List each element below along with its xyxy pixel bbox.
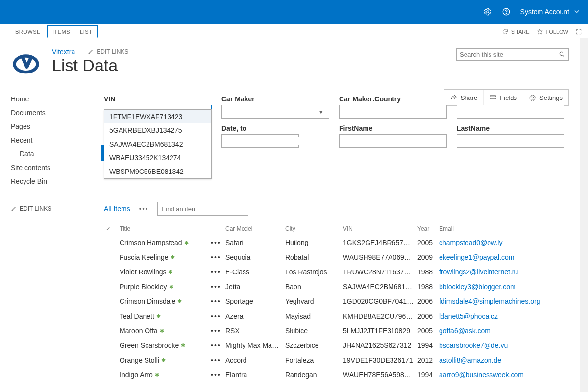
filter-country-input[interactable] <box>339 105 447 119</box>
cell-vin: 19VDE1F30DE326171 <box>341 353 416 368</box>
ribbon-tab-browse[interactable]: BROWSE <box>9 25 47 38</box>
cell-title[interactable]: Teal Danett✱ <box>118 309 209 323</box>
filter-carmaker-select[interactable]: ▾ <box>221 105 329 119</box>
filter-carmodel-input[interactable] <box>457 105 564 119</box>
cell-email[interactable]: goffa6@ask.com <box>437 323 569 338</box>
toolbar-share[interactable]: Share <box>444 90 484 105</box>
row-menu[interactable]: ••• <box>209 279 223 294</box>
table-row[interactable]: Purple Blockley✱•••JettaBaonSAJWA4EC2BM6… <box>104 279 569 294</box>
table-row[interactable]: Green Scarsbrooke✱•••Mighty Max MacroSzc… <box>104 338 569 353</box>
col-select[interactable]: ✓ <box>104 222 118 235</box>
nav-home[interactable]: Home <box>11 92 89 106</box>
table-row[interactable]: Violet Rowlings✱•••E-ClassLos RastrojosT… <box>104 265 569 279</box>
svg-point-2 <box>506 13 506 14</box>
cell-year: 2006 <box>416 294 437 309</box>
cell-title[interactable]: Purple Blockley✱ <box>118 279 209 294</box>
cell-email[interactable]: fdimsdale4@simplemachines.org <box>437 294 569 309</box>
find-item-box[interactable] <box>157 202 248 216</box>
col-city[interactable]: City <box>283 222 341 235</box>
table-row[interactable]: Crimson Hampstead✱•••SafariHuilong1GKS2G… <box>104 235 569 250</box>
filter-firstname-input[interactable] <box>339 134 447 148</box>
table-row[interactable]: Indigo Arro✱•••ElantraRandeganWAUEH78E56… <box>104 368 569 382</box>
cell-title[interactable]: Maroon Offa✱ <box>118 323 209 338</box>
pencil-icon <box>88 49 94 55</box>
row-menu[interactable]: ••• <box>209 338 223 353</box>
ribbon-share[interactable]: SHARE <box>502 28 530 35</box>
row-menu[interactable]: ••• <box>209 294 223 309</box>
cell-email[interactable]: frowlings2@liveinternet.ru <box>437 265 569 279</box>
col-year[interactable]: Year <box>416 222 437 235</box>
edit-links-top[interactable]: EDIT LINKS <box>88 49 128 55</box>
row-menu[interactable]: ••• <box>209 309 223 323</box>
row-menu[interactable]: ••• <box>209 323 223 338</box>
nav-recycle[interactable]: Recycle Bin <box>11 174 89 188</box>
table-row[interactable]: Teal Danett✱•••AzeraMayisadKMHDB8AE2CU79… <box>104 309 569 323</box>
col-title[interactable]: Title <box>118 222 209 235</box>
col-vin[interactable]: VIN <box>341 222 416 235</box>
cell-title[interactable]: Fuscia Keelinge✱ <box>118 250 209 265</box>
cell-title[interactable]: Crimson Dimsdale✱ <box>118 294 209 309</box>
nav-pages[interactable]: Pages <box>11 120 89 133</box>
cell-email[interactable]: bscarsbrooke7@de.vu <box>437 338 569 353</box>
new-badge-icon: ✱ <box>169 284 173 290</box>
cell-email[interactable]: ekeelinge1@paypal.com <box>437 250 569 265</box>
filter-dateto-input[interactable] <box>221 134 299 148</box>
row-menu[interactable]: ••• <box>209 353 223 368</box>
cell-vin: WAUEH78E56A598402 <box>341 368 416 382</box>
cell-city: Yeghvard <box>283 294 341 309</box>
suggestion-item[interactable]: WBSPM9C56BE081342 <box>104 165 211 178</box>
cell-vin: JH4NA21625S627312 <box>341 338 416 353</box>
view-all-items[interactable]: All Items <box>104 205 130 213</box>
ribbon-tab-items[interactable]: ITEMS <box>48 26 75 37</box>
table-row[interactable]: Crimson Dimsdale✱•••SportageYeghvard1GD0… <box>104 294 569 309</box>
cell-email[interactable]: aarro9@businessweek.com <box>437 368 569 382</box>
ribbon-follow[interactable]: FOLLOW <box>537 28 568 35</box>
cell-vin: SAJWA4EC2BM681342 <box>341 279 416 294</box>
row-menu[interactable]: ••• <box>209 265 223 279</box>
breadcrumb-site[interactable]: Vitextra <box>52 48 75 56</box>
cell-title[interactable]: Indigo Arro✱ <box>118 368 209 382</box>
cell-email[interactable]: astolli8@amazon.de <box>437 353 569 368</box>
nav-recent[interactable]: Recent <box>11 133 89 147</box>
suggestion-item[interactable]: 1FTMF1EWXAF713423 <box>104 110 211 123</box>
cell-year: 2009 <box>416 250 437 265</box>
row-menu[interactable]: ••• <box>209 250 223 265</box>
cell-title[interactable]: Violet Rowlings✱ <box>118 265 209 279</box>
ribbon-fullscreen[interactable] <box>575 28 582 35</box>
find-item-input[interactable] <box>162 205 244 213</box>
cell-title[interactable]: Orange Stolli✱ <box>118 353 209 368</box>
view-more-menu[interactable]: ••• <box>139 205 149 213</box>
user-menu[interactable]: System Account <box>520 8 579 16</box>
nav-site-contents[interactable]: Site contents <box>11 161 89 174</box>
ribbon-tab-list[interactable]: LIST <box>75 26 97 37</box>
search-icon[interactable] <box>559 51 565 58</box>
col-model[interactable]: Car Model <box>223 222 283 235</box>
toolbar-fields[interactable]: Fields <box>483 90 523 105</box>
table-row[interactable]: Orange Stolli✱•••AccordFortaleza19VDE1F3… <box>104 353 569 368</box>
suggestion-item[interactable]: WBAEU33452K134274 <box>104 151 211 165</box>
cell-email[interactable]: champstead0@ow.ly <box>437 235 569 250</box>
cell-email[interactable]: ldanett5@phoca.cz <box>437 309 569 323</box>
cell-email[interactable]: bblockley3@blogger.com <box>437 279 569 294</box>
gear-icon[interactable] <box>483 7 492 16</box>
cell-title[interactable]: Green Scarsbrooke✱ <box>118 338 209 353</box>
row-menu[interactable]: ••• <box>209 368 223 382</box>
suggestion-item[interactable]: 5GAKRBEDXBJ134275 <box>104 123 211 137</box>
site-search-input[interactable] <box>460 51 559 58</box>
row-menu[interactable]: ••• <box>209 235 223 250</box>
filter-lastname-input[interactable] <box>457 134 564 148</box>
table-row[interactable]: Maroon Offa✱•••RSXSłubice5LMJJ2JT1FE3108… <box>104 323 569 338</box>
site-search[interactable] <box>456 48 569 61</box>
table-row[interactable]: Fuscia Keelinge✱•••SequoiaRobatalWAUSH98… <box>104 250 569 265</box>
cell-title[interactable]: Crimson Hampstead✱ <box>118 235 209 250</box>
page-title: List Data <box>52 57 128 74</box>
site-logo[interactable] <box>11 48 41 78</box>
nav-documents[interactable]: Documents <box>11 106 89 120</box>
col-email[interactable]: Email <box>437 222 569 235</box>
suggestion-item[interactable]: SAJWA4EC2BM681342 <box>104 137 211 151</box>
edit-links-left[interactable]: EDIT LINKS <box>11 202 89 216</box>
nav-recent-data[interactable]: Data <box>11 147 89 161</box>
scrollbar[interactable] <box>580 38 588 392</box>
toolbar-settings[interactable]: Settings <box>523 90 568 105</box>
help-icon[interactable] <box>502 7 511 16</box>
